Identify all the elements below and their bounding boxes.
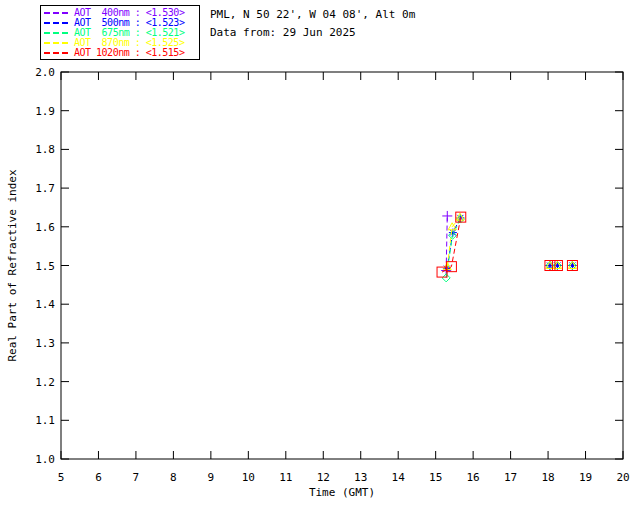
y-tick-label: 2.0	[35, 66, 55, 79]
x-tick-label: 11	[279, 471, 292, 484]
y-tick-label: 1.4	[35, 298, 55, 311]
y-tick-label: 1.9	[35, 105, 55, 118]
x-tick-label: 16	[467, 471, 480, 484]
y-tick-label: 1.2	[35, 376, 55, 389]
y-axis-title: Real Part of Refractive index	[6, 169, 19, 361]
x-tick-label: 5	[58, 471, 65, 484]
legend-item: AOT 1020nm : <1.515>	[44, 48, 196, 58]
legend-dash-swatch	[44, 12, 70, 14]
y-tick-label: 1.3	[35, 337, 55, 350]
y-tick-label: 1.0	[35, 453, 55, 466]
y-tick-label: 1.6	[35, 221, 55, 234]
chart-svg: 5678910111213141516171819201.01.11.21.31…	[0, 0, 640, 512]
x-tick-label: 6	[95, 471, 102, 484]
x-tick-label: 17	[504, 471, 517, 484]
legend-dash-swatch	[44, 52, 70, 54]
x-tick-label: 19	[579, 471, 592, 484]
legend-dash-swatch	[44, 22, 70, 24]
plot-frame	[61, 72, 623, 459]
data-date-line: Data from: 29 Jun 2025	[210, 26, 356, 39]
x-tick-label: 15	[429, 471, 442, 484]
legend-item-label: AOT 1020nm : <1.515>	[74, 48, 184, 58]
y-tick-label: 1.1	[35, 414, 55, 427]
y-tick-label: 1.7	[35, 182, 55, 195]
x-tick-label: 12	[317, 471, 330, 484]
legend-box: AOT 400nm : <1.530>AOT 500nm : <1.523>AO…	[40, 5, 200, 60]
aot-refractive-index-plot: AOT 400nm : <1.530>AOT 500nm : <1.523>AO…	[0, 0, 640, 512]
x-tick-label: 14	[392, 471, 406, 484]
x-tick-label: 20	[616, 471, 629, 484]
y-tick-label: 1.8	[35, 143, 55, 156]
x-tick-label: 10	[242, 471, 255, 484]
x-tick-label: 7	[133, 471, 140, 484]
legend-dash-swatch	[44, 42, 70, 44]
x-axis-title: Time (GMT)	[309, 486, 375, 499]
x-tick-label: 9	[208, 471, 215, 484]
x-tick-label: 13	[354, 471, 367, 484]
station-info-line: PML, N 50 22', W 04 08', Alt 0m	[210, 8, 415, 21]
y-tick-label: 1.5	[35, 260, 55, 273]
x-tick-label: 8	[170, 471, 177, 484]
x-tick-label: 18	[541, 471, 554, 484]
legend-dash-swatch	[44, 32, 70, 34]
